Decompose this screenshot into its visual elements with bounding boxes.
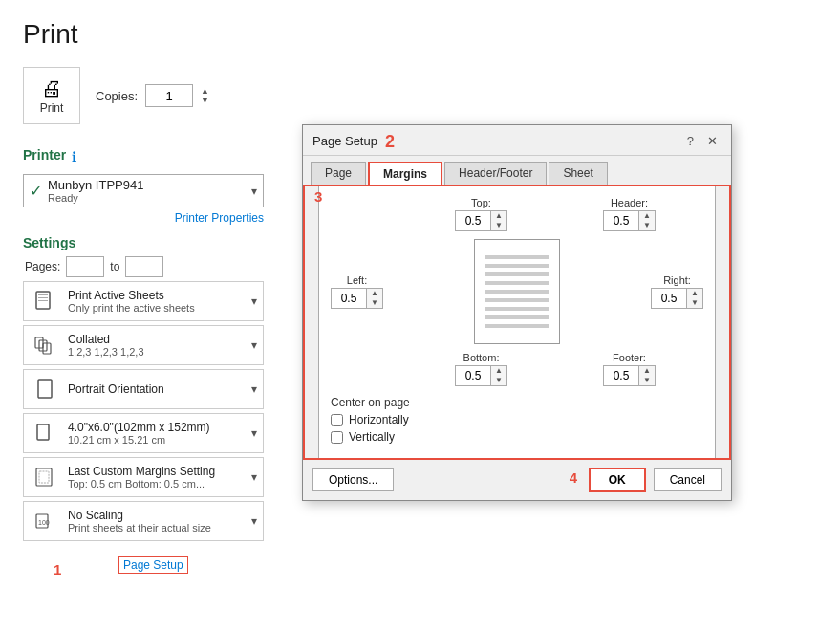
header-margin-down[interactable]: ▼ [639, 221, 655, 230]
left-margin-label: Left: [347, 274, 367, 286]
printer-dropdown[interactable]: ✓ Munbyn ITPP941 Ready ▾ [23, 174, 264, 207]
right-margin-input[interactable] [652, 289, 686, 308]
tab-page[interactable]: Page [311, 162, 366, 185]
pages-row: Pages: to [25, 256, 264, 277]
top-margin-down[interactable]: ▼ [491, 221, 506, 230]
preview-line [485, 324, 549, 328]
tab-header-footer[interactable]: Header/Footer [444, 162, 547, 185]
page-setup-link[interactable]: Page Setup [118, 556, 188, 574]
bottom-margin-spinner[interactable]: ▲ ▼ [490, 366, 506, 385]
top-margin-input[interactable] [456, 211, 490, 230]
header-margin-input[interactable] [604, 211, 638, 230]
print-area: 🖨 Print Copies: ▲▼ [23, 67, 264, 124]
copies-spinner[interactable]: ▲▼ [201, 86, 209, 105]
right-margin-up[interactable]: ▲ [687, 289, 702, 298]
active-sheets-icon [30, 286, 60, 316]
printer-section-title: Printer [23, 147, 66, 163]
left-margin-input[interactable] [332, 289, 366, 308]
header-margin-label: Header: [611, 197, 648, 208]
pages-from-input[interactable] [66, 256, 104, 277]
printer-name: Munbyn ITPP941 [48, 178, 143, 192]
margins-main: Last Custom Margins Setting [68, 465, 248, 478]
center-on-page-section: Center on page Horizontally Vertically [331, 396, 703, 444]
footer-margin-spinner[interactable]: ▲ ▼ [638, 366, 655, 385]
dialog-margins-content: Top: ▲ ▼ Header: [318, 185, 716, 460]
header-margin-field[interactable]: ▲ ▼ [603, 210, 656, 231]
dialog-help-button[interactable]: ? [681, 134, 700, 148]
copies-input[interactable] [145, 84, 193, 107]
top-margin-up[interactable]: ▲ [491, 211, 506, 221]
right-margin-down[interactable]: ▼ [687, 298, 702, 308]
right-margin-field[interactable]: ▲ ▼ [651, 288, 703, 309]
footer-margin-field[interactable]: ▲ ▼ [603, 365, 656, 386]
pages-to-input[interactable] [125, 256, 163, 277]
right-margin-spinner[interactable]: ▲ ▼ [686, 289, 702, 308]
footer-margin-input[interactable] [604, 366, 638, 385]
left-margin-down[interactable]: ▼ [367, 298, 382, 308]
orientation-arrow: ▾ [251, 382, 257, 396]
footer-margin-up[interactable]: ▲ [639, 366, 655, 376]
top-margin-field[interactable]: ▲ ▼ [455, 210, 507, 231]
vertically-checkbox[interactable] [331, 431, 343, 444]
setting-scaling[interactable]: 100 No Scaling Print sheets at their act… [23, 501, 264, 541]
horizontally-checkbox[interactable] [331, 414, 343, 426]
bottom-margin-up[interactable]: ▲ [491, 366, 506, 376]
tab-sheet[interactable]: Sheet [549, 162, 607, 185]
setting-margins[interactable]: Last Custom Margins Setting Top: 0.5 cm … [23, 457, 264, 497]
vertically-row: Vertically [331, 430, 703, 444]
setting-collated[interactable]: Collated 1,2,3 1,2,3 1,2,3 ▾ [23, 325, 264, 365]
top-margin-spinner[interactable]: ▲ ▼ [490, 211, 506, 230]
annotation-2: 2 [385, 132, 395, 152]
right-margin-label: Right: [663, 274, 691, 286]
copies-label: Copies: [96, 89, 138, 103]
left-margin-spinner[interactable]: ▲ ▼ [366, 289, 382, 308]
bottom-margin-field[interactable]: ▲ ▼ [455, 365, 507, 386]
active-sheets-arrow: ▾ [251, 294, 257, 308]
cancel-button[interactable]: Cancel [654, 468, 722, 491]
bottom-margin-down[interactable]: ▼ [491, 376, 506, 385]
footer-margin-label: Footer: [613, 352, 646, 363]
horizontally-row: Horizontally [331, 413, 703, 426]
preview-lines [485, 255, 549, 328]
footer-margin-down[interactable]: ▼ [639, 376, 655, 385]
scaling-sub: Print sheets at their actual size [68, 522, 248, 533]
ok-button[interactable]: OK [589, 468, 646, 492]
left-margin-field[interactable]: ▲ ▼ [331, 288, 383, 309]
dropdown-arrow-icon: ▾ [251, 185, 257, 198]
bottom-margin-label: Bottom: [463, 352, 500, 363]
horizontally-label: Horizontally [349, 413, 409, 426]
print-button[interactable]: 🖨 Print [23, 67, 80, 124]
svg-rect-10 [39, 471, 49, 483]
settings-title: Settings [23, 235, 264, 250]
scaling-main: No Scaling [68, 509, 248, 522]
printer-section: Printer ℹ ✓ Munbyn ITPP941 Ready ▾ Print… [23, 143, 264, 226]
info-icon[interactable]: ℹ [72, 149, 76, 164]
setting-paper-size[interactable]: 4.0"x6.0"(102mm x 152mm) 10.21 cm x 15.2… [23, 413, 264, 453]
orientation-main: Portrait Orientation [68, 382, 248, 396]
collated-arrow: ▾ [251, 338, 257, 352]
bottom-margin-input[interactable] [456, 366, 490, 385]
header-margin-up[interactable]: ▲ [639, 211, 655, 221]
dialog-close-button[interactable]: ✕ [703, 134, 722, 148]
header-margin-spinner[interactable]: ▲ ▼ [638, 211, 655, 230]
pages-to-label: to [110, 260, 119, 273]
collated-main: Collated [68, 333, 248, 346]
preview-line [485, 281, 549, 285]
options-button[interactable]: Options... [312, 468, 394, 491]
active-sheets-main: Print Active Sheets [68, 289, 248, 302]
dialog-tabs: Page Margins Header/Footer Sheet [303, 156, 731, 185]
printer-status: Ready [48, 192, 143, 204]
collated-icon [30, 330, 60, 360]
left-margin-up[interactable]: ▲ [367, 289, 382, 298]
paper-size-arrow: ▾ [251, 426, 257, 440]
page-title: Print [23, 19, 264, 50]
tab-margins[interactable]: Margins [368, 162, 442, 185]
svg-text:100: 100 [38, 519, 50, 526]
setting-orientation[interactable]: Portrait Orientation ▾ [23, 369, 264, 409]
page-preview [474, 239, 560, 344]
collated-sub: 1,2,3 1,2,3 1,2,3 [68, 346, 248, 358]
preview-line [485, 307, 549, 311]
printer-properties-link[interactable]: Printer Properties [23, 211, 264, 225]
margins-arrow: ▾ [251, 470, 257, 484]
setting-active-sheets[interactable]: Print Active Sheets Only print the activ… [23, 281, 264, 321]
